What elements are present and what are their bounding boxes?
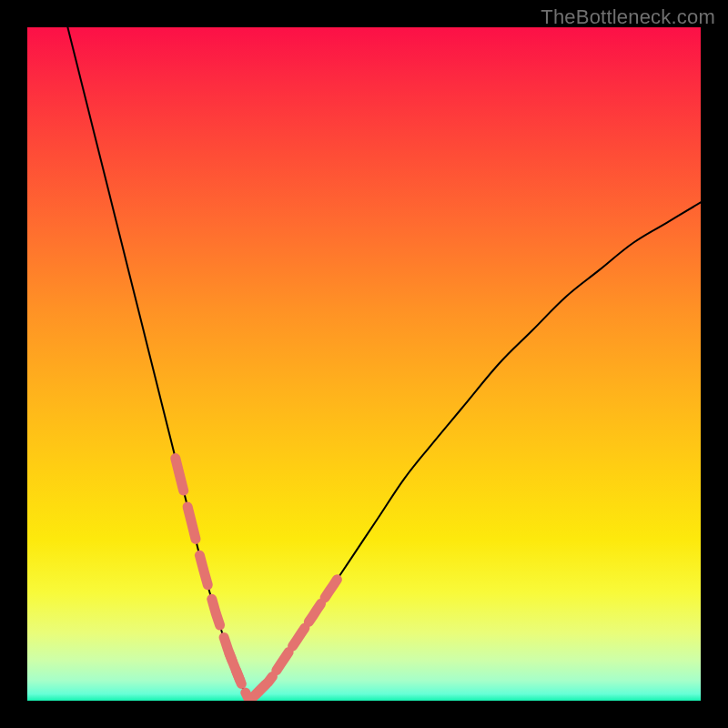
highlight-dash-segment — [293, 628, 305, 646]
highlight-dash-segment — [229, 653, 241, 683]
plot-area — [27, 27, 701, 701]
highlight-dash-segment — [176, 459, 184, 490]
bottleneck-curve — [67, 27, 701, 701]
highlight-dash-segment — [257, 676, 273, 693]
highlight-dashes — [176, 459, 338, 701]
highlight-dash-segment — [187, 507, 196, 540]
curve-layer — [27, 27, 701, 701]
chart-frame: TheBottleneck.com — [0, 0, 728, 728]
highlight-dash-segment — [277, 652, 288, 671]
highlight-dash-segment — [212, 599, 220, 625]
highlight-dash-segment — [308, 603, 320, 622]
highlight-dash-segment — [325, 580, 337, 598]
highlight-dash-segment — [199, 555, 207, 585]
watermark-text: TheBottleneck.com — [541, 5, 715, 29]
